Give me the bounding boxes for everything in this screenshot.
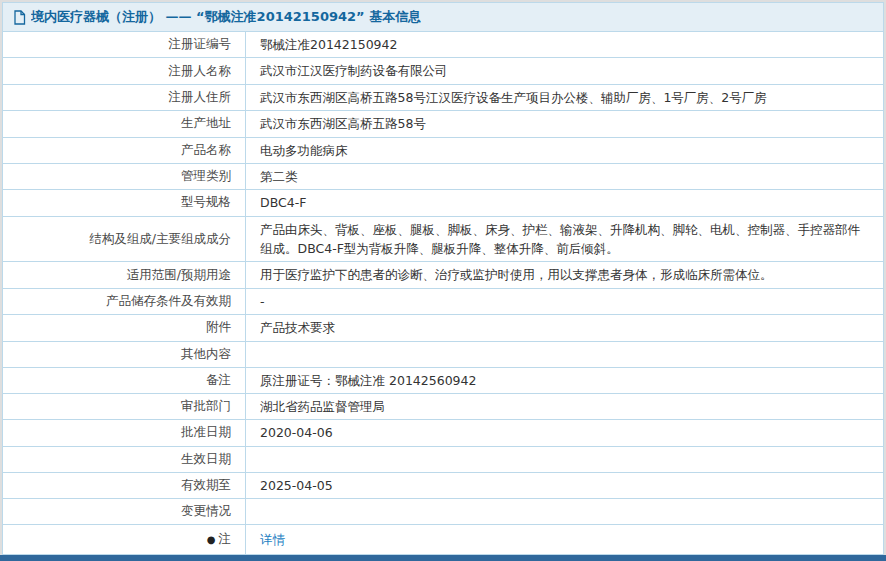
row-value: 用于医疗监护下的患者的诊断、治疗或监护时使用，用以支撑患者身体，形成临床所需体位… (245, 262, 883, 287)
row-value: 产品由床头、背板、座板、腿板、脚板、床身、护栏、输液架、升降机构、脚轮、电机、控… (245, 217, 883, 262)
row-value: 鄂械注准20142150942 (245, 32, 883, 57)
row-value: 电动多功能病床 (245, 138, 883, 163)
table-row: 备注 原注册证号：鄂械注准 20142560942 (3, 368, 883, 394)
detail-link[interactable]: 详情 (260, 530, 285, 549)
row-value: 详情 (245, 525, 883, 554)
title-bar: 境内医疗器械（注册） —— “鄂械注准20142150942” 基本信息 (3, 3, 883, 32)
row-label: 备注 (3, 368, 245, 393)
table-row: 管理类别 第二类 (3, 164, 883, 190)
row-value: DBC4-F (245, 190, 883, 215)
row-label: 产品储存条件及有效期 (3, 289, 245, 314)
row-label: 附件 (3, 315, 245, 340)
table-row: 产品名称 电动多功能病床 (3, 138, 883, 164)
row-label: 生产地址 (3, 111, 245, 136)
document-icon (13, 10, 26, 25)
table-row: 生产地址 武汉市东西湖区高桥五路58号 (3, 111, 883, 137)
table-row-note: ●注 详情 (3, 525, 883, 554)
row-label: 产品名称 (3, 138, 245, 163)
row-value: 武汉市东西湖区高桥五路58号 (245, 111, 883, 136)
row-value: 武汉市江汉医疗制药设备有限公司 (245, 58, 883, 83)
registration-info-page: 境内医疗器械（注册） —— “鄂械注准20142150942” 基本信息 注册证… (2, 2, 884, 555)
row-label: 生效日期 (3, 447, 245, 472)
row-label: 有效期至 (3, 473, 245, 498)
row-label: 注册证编号 (3, 32, 245, 57)
row-value (245, 499, 883, 524)
row-value: 2025-04-05 (245, 473, 883, 498)
row-label: 适用范围/预期用途 (3, 262, 245, 287)
table-row: 注册人名称 武汉市江汉医疗制药设备有限公司 (3, 58, 883, 84)
table-row: 注册证编号 鄂械注准20142150942 (3, 32, 883, 58)
row-label: 审批部门 (3, 394, 245, 419)
page-title: 境内医疗器械（注册） —— “鄂械注准20142150942” 基本信息 (31, 8, 421, 26)
table-row: 批准日期 2020-04-06 (3, 420, 883, 446)
row-label: 结构及组成/主要组成成分 (3, 217, 245, 262)
row-value: 第二类 (245, 164, 883, 189)
row-value: 原注册证号：鄂械注准 20142560942 (245, 368, 883, 393)
info-table: 注册证编号 鄂械注准20142150942 注册人名称 武汉市江汉医疗制药设备有… (3, 32, 883, 554)
row-label: 注册人名称 (3, 58, 245, 83)
table-row: 生效日期 (3, 447, 883, 473)
row-label: 管理类别 (3, 164, 245, 189)
row-value (245, 447, 883, 472)
circle-bullet-icon: ● (207, 535, 216, 545)
row-label: 注册人住所 (3, 85, 245, 110)
row-value: 湖北省药品监督管理局 (245, 394, 883, 419)
table-row: 结构及组成/主要组成成分 产品由床头、背板、座板、腿板、脚板、床身、护栏、输液架… (3, 217, 883, 263)
row-value: 2020-04-06 (245, 420, 883, 445)
row-value (245, 342, 883, 367)
table-row: 注册人住所 武汉市东西湖区高桥五路58号江汉医疗设备生产项目办公楼、辅助厂房、1… (3, 85, 883, 111)
table-row: 适用范围/预期用途 用于医疗监护下的患者的诊断、治疗或监护时使用，用以支撑患者身… (3, 262, 883, 288)
note-label-text: 注 (219, 531, 232, 548)
table-row: 变更情况 (3, 499, 883, 525)
table-row: 审批部门 湖北省药品监督管理局 (3, 394, 883, 420)
footer-bar (0, 555, 886, 561)
row-label: 变更情况 (3, 499, 245, 524)
table-row: 产品储存条件及有效期 - (3, 289, 883, 315)
row-value: 武汉市东西湖区高桥五路58号江汉医疗设备生产项目办公楼、辅助厂房、1号厂房、2号… (245, 85, 883, 110)
row-label: 批准日期 (3, 420, 245, 445)
row-label: ●注 (3, 525, 245, 554)
row-value: 产品技术要求 (245, 315, 883, 340)
table-row: 附件 产品技术要求 (3, 315, 883, 341)
table-row: 有效期至 2025-04-05 (3, 473, 883, 499)
row-label: 型号规格 (3, 190, 245, 215)
table-row: 型号规格 DBC4-F (3, 190, 883, 216)
table-row: 其他内容 (3, 342, 883, 368)
row-value: - (245, 289, 883, 314)
row-label: 其他内容 (3, 342, 245, 367)
